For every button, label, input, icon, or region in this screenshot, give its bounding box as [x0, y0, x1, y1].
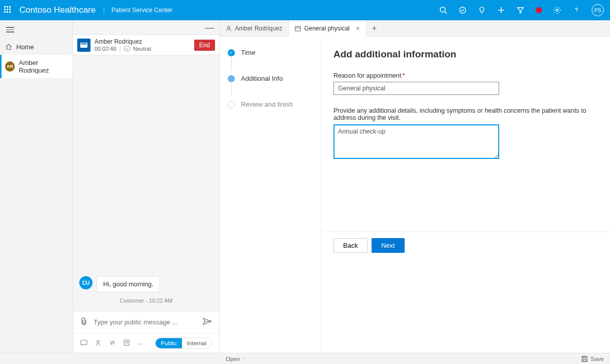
svg-line-1	[445, 12, 447, 14]
svg-point-9	[97, 340, 100, 343]
send-icon[interactable]	[203, 318, 212, 326]
step-additional-label: Additional Info	[241, 75, 283, 82]
conversation-timer: 00:02:48	[95, 46, 116, 52]
form-title: Add additional information	[333, 49, 598, 60]
nav-home[interactable]: Home	[0, 39, 73, 55]
app-launcher-icon[interactable]	[4, 6, 12, 14]
patient-avatar-small: AR	[5, 61, 15, 72]
tab-close-icon[interactable]: ×	[356, 24, 360, 32]
tab-patient[interactable]: Amber Rodriquez	[220, 20, 289, 36]
step-current-icon	[228, 75, 235, 82]
details-label: Provide any additional details, includin…	[333, 107, 598, 121]
mode-public[interactable]: Public	[156, 338, 181, 348]
channel-icon	[77, 39, 90, 52]
svg-point-0	[440, 7, 445, 12]
status-open[interactable]: Open	[226, 356, 240, 362]
tab-add-button[interactable]: +	[367, 20, 383, 36]
conversation-messages: CU Hi, good morning. Customer - 10:22 AM	[73, 55, 219, 311]
person-icon	[226, 25, 232, 31]
filter-icon[interactable]	[516, 6, 525, 14]
step-additional[interactable]: Additional Info	[228, 75, 313, 82]
message-row: CU Hi, good morning.	[79, 276, 213, 292]
message-bubble: Hi, good morning.	[97, 276, 160, 292]
app-title: Contoso Healthcare	[19, 5, 96, 15]
step-time[interactable]: Time	[228, 49, 313, 56]
top-header: Contoso Healthcare Patient Service Cente…	[0, 0, 610, 20]
calendar-icon	[295, 25, 301, 31]
settings-icon[interactable]	[553, 6, 561, 14]
transfer-icon[interactable]	[109, 339, 116, 348]
conversation-patient-name: Amber Rodriquez	[95, 38, 190, 45]
conversation-header: Amber Rodriquez 00:02:48 | • Neutral End	[73, 35, 219, 55]
steps-column: Time Additional Info Review and finish	[220, 37, 321, 353]
svg-point-5	[556, 9, 558, 11]
step-review[interactable]: Review and finish	[228, 101, 313, 108]
nav-active-patient[interactable]: AR Amber Rodriquez	[0, 55, 73, 78]
save-icon	[582, 356, 588, 362]
message-mode-toggle[interactable]: Public Internal	[155, 338, 212, 349]
top-header-left: Contoso Healthcare Patient Service Cente…	[4, 5, 172, 15]
message-meta: Customer - 10:22 AM	[79, 297, 213, 304]
back-button[interactable]: Back	[333, 238, 368, 253]
task-icon[interactable]	[459, 6, 467, 14]
step-upcoming-icon	[228, 101, 235, 108]
compose-input[interactable]	[94, 318, 197, 326]
quick-replies-icon[interactable]	[80, 339, 87, 348]
tab-strip: Amber Rodriquez General physical × +	[220, 20, 610, 37]
form-column: Add additional information Reason for ap…	[321, 37, 610, 353]
svg-point-13	[228, 26, 230, 28]
conversation-pane: — Amber Rodriquez 00:02:48 | • Neutral E…	[73, 20, 220, 353]
help-icon[interactable]	[572, 6, 581, 14]
step-review-label: Review and finish	[241, 101, 293, 108]
recording-indicator-icon[interactable]	[536, 7, 542, 13]
add-icon[interactable]	[497, 6, 505, 14]
top-header-right: PS	[439, 4, 606, 16]
svg-rect-7	[81, 43, 87, 44]
svg-point-2	[460, 7, 466, 13]
step-done-icon	[228, 49, 235, 56]
sentiment-neutral-icon: •	[124, 46, 130, 52]
svg-rect-8	[81, 340, 87, 345]
next-button[interactable]: Next	[372, 238, 405, 253]
step-time-label: Time	[241, 49, 255, 56]
lightbulb-icon[interactable]	[478, 6, 486, 14]
mode-internal[interactable]: Internal	[182, 338, 211, 348]
end-conversation-button[interactable]: End	[194, 40, 215, 51]
save-button[interactable]: Save	[582, 356, 604, 362]
hamburger-icon[interactable]	[0, 20, 73, 39]
tab-form[interactable]: General physical ×	[289, 20, 367, 37]
conversation-controls: —	[73, 20, 219, 35]
notes-icon[interactable]	[123, 339, 130, 348]
reason-input[interactable]	[333, 82, 499, 95]
user-avatar[interactable]: PS	[592, 4, 604, 16]
sidebar: Home AR Amber Rodriquez	[0, 20, 73, 353]
svg-rect-17	[583, 356, 586, 358]
consult-icon[interactable]	[95, 339, 102, 348]
app-subtitle: Patient Service Center	[104, 7, 172, 14]
svg-rect-18	[583, 359, 586, 361]
nav-patient-label: Amber Rodriquez	[19, 59, 68, 74]
minimize-icon[interactable]: —	[205, 24, 214, 30]
compose-area: ··· Public Internal	[73, 311, 219, 353]
nav-home-label: Home	[16, 43, 34, 51]
attachment-icon[interactable]	[80, 317, 87, 327]
tab-form-label: General physical	[304, 25, 349, 32]
home-icon	[5, 43, 12, 50]
more-icon[interactable]: ···	[137, 340, 143, 347]
reason-label: Reason for appointment*	[333, 72, 598, 79]
svg-rect-14	[295, 26, 300, 31]
main-pane: Amber Rodriquez General physical × + Tim…	[220, 20, 610, 353]
search-icon[interactable]	[439, 6, 447, 14]
details-textarea[interactable]	[333, 124, 499, 159]
tab-patient-label: Amber Rodriquez	[235, 25, 282, 32]
status-bar: Open | Save	[0, 353, 610, 364]
conversation-sentiment: Neutral	[133, 46, 151, 52]
message-avatar: CU	[79, 276, 93, 289]
